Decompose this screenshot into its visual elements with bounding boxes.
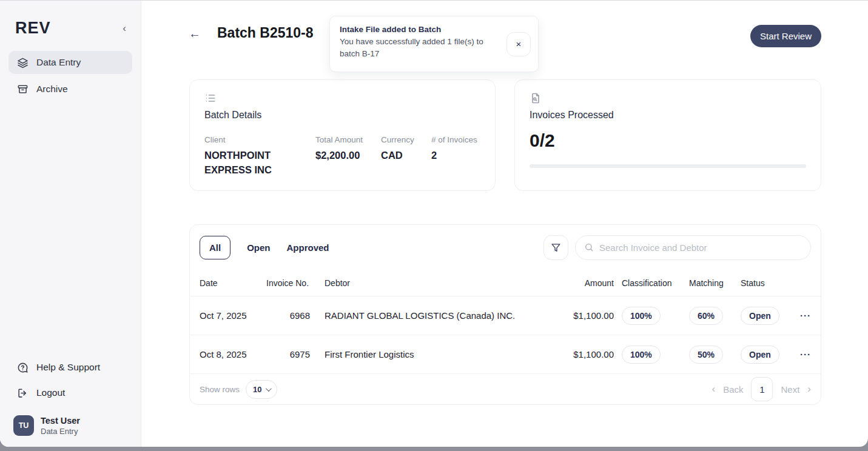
- cell-classification: 100%: [614, 346, 689, 364]
- field-label: Client: [204, 135, 315, 144]
- column-header-date: Date: [200, 278, 266, 288]
- cell-amount: $1,100.00: [553, 349, 614, 359]
- field-value: 2: [431, 149, 480, 163]
- invoices-processed-title: Invoices Processed: [530, 110, 806, 121]
- classification-badge: 100%: [622, 346, 661, 364]
- cell-debtor: RADIANT GLOBAL LOGISTICS (Canada) INC.: [325, 310, 553, 321]
- cell-status: Open: [741, 307, 789, 325]
- field-invoice-count: # of Invoices 2: [431, 135, 480, 178]
- sidebar-footer: Help & Support Logout TU Test User Data …: [0, 355, 141, 436]
- logout-label: Logout: [36, 387, 65, 398]
- pagination: ‹ Back 1 Next ›: [712, 377, 811, 401]
- cell-debtor: First Frontier Logistics: [325, 349, 553, 359]
- archive-icon: [16, 83, 29, 95]
- search-input[interactable]: [599, 242, 802, 253]
- start-review-button[interactable]: Start Review: [750, 25, 821, 47]
- toast-message: You have successfully added 1 file(s) to…: [340, 36, 500, 61]
- tab-all[interactable]: All: [200, 236, 230, 259]
- cell-invoice-no: 6975: [266, 349, 325, 359]
- sidebar-nav: Data Entry Archive: [0, 51, 141, 101]
- invoices-processed-card: Invoices Processed 0/2: [514, 79, 821, 191]
- search-icon: [584, 242, 594, 252]
- user-info: Test User Data Entry: [41, 416, 80, 436]
- cell-invoice-no: 6968: [266, 310, 325, 321]
- back-page-button[interactable]: Back: [723, 384, 743, 395]
- toast-close-button[interactable]: ×: [506, 32, 531, 56]
- column-header-matching: Matching: [689, 278, 741, 288]
- cell-matching: 60%: [689, 307, 741, 325]
- file-search-icon: [530, 92, 806, 104]
- sidebar: REV ‹ Data Entry Archive: [0, 1, 141, 447]
- user-profile[interactable]: TU Test User Data Entry: [8, 415, 132, 436]
- rev-logo: REV: [15, 19, 51, 38]
- field-label: Currency: [381, 135, 431, 144]
- field-label: # of Invoices: [431, 135, 480, 144]
- help-support-label: Help & Support: [36, 362, 100, 373]
- table-row[interactable]: Oct 8, 20256975First Frontier Logistics$…: [190, 335, 821, 374]
- cell-classification: 100%: [614, 307, 689, 325]
- chevron-left-icon[interactable]: ‹: [712, 383, 715, 395]
- row-more-icon[interactable]: ···: [789, 349, 811, 359]
- next-page-button[interactable]: Next: [781, 384, 799, 395]
- filter-button[interactable]: [543, 235, 568, 260]
- sidebar-collapse-icon[interactable]: ‹: [120, 22, 129, 35]
- table-row[interactable]: Oct 7, 20256968RADIANT GLOBAL LOGISTICS …: [190, 296, 821, 335]
- user-name: Test User: [41, 416, 80, 426]
- table-toolbar-right: [543, 235, 811, 260]
- classification-badge: 100%: [622, 307, 661, 325]
- sidebar-item-data-entry[interactable]: Data Entry: [8, 51, 132, 74]
- table-toolbar: All Open Approved: [190, 225, 821, 270]
- chevron-down-icon: [265, 386, 271, 392]
- matching-badge: 60%: [689, 307, 723, 325]
- matching-badge: 50%: [689, 346, 723, 364]
- sidebar-item-archive[interactable]: Archive: [8, 78, 132, 101]
- avatar: TU: [13, 415, 34, 436]
- show-rows-label: Show rows: [200, 385, 240, 394]
- search-box: [575, 235, 811, 260]
- field-total-amount: Total Amount $2,200.00: [315, 135, 381, 178]
- layers-icon: [16, 56, 29, 68]
- sidebar-item-label: Data Entry: [36, 57, 81, 68]
- status-badge: Open: [741, 307, 779, 325]
- column-header-invoice-no: Invoice No.: [266, 278, 325, 288]
- tab-approved[interactable]: Approved: [287, 242, 329, 253]
- tab-open[interactable]: Open: [247, 242, 270, 253]
- list-icon: [204, 92, 480, 104]
- invoices-processed-count: 0/2: [530, 130, 806, 151]
- invoice-table-card: All Open Approved: [189, 224, 821, 405]
- filter-icon: [551, 242, 561, 253]
- table-footer: Show rows 10 ‹ Back 1 Next ›: [190, 374, 821, 404]
- column-header-classification: Classification: [614, 278, 689, 288]
- rows-per-page-value: 10: [253, 385, 261, 394]
- logout-icon: [16, 387, 29, 399]
- sidebar-item-label: Archive: [36, 84, 68, 95]
- current-page-button[interactable]: 1: [751, 377, 773, 401]
- show-rows-control: Show rows 10: [200, 380, 277, 399]
- toast-notification: Intake File added to Batch You have succ…: [329, 16, 539, 72]
- sidebar-logo-row: REV ‹: [0, 1, 141, 38]
- toast-title: Intake File added to Batch: [340, 25, 500, 34]
- field-value: NORTHPOINT EXPRESS INC: [204, 149, 283, 178]
- invoice-rows: Oct 7, 20256968RADIANT GLOBAL LOGISTICS …: [190, 296, 821, 374]
- batch-details-card: Batch Details Client NORTHPOINT EXPRESS …: [189, 79, 496, 191]
- cell-matching: 50%: [689, 346, 741, 364]
- batch-details-title: Batch Details: [204, 110, 480, 121]
- back-arrow-icon[interactable]: ←: [189, 27, 201, 39]
- field-value: $2,200.00: [315, 149, 381, 163]
- logout-button[interactable]: Logout: [8, 380, 132, 406]
- help-support-button[interactable]: Help & Support: [8, 355, 132, 380]
- user-role: Data Entry: [41, 427, 80, 436]
- field-value: CAD: [381, 149, 431, 163]
- row-more-icon[interactable]: ···: [789, 310, 811, 321]
- field-currency: Currency CAD: [381, 135, 431, 178]
- chevron-right-icon[interactable]: ›: [807, 383, 811, 395]
- cell-status: Open: [741, 346, 789, 364]
- cell-date: Oct 7, 2025: [200, 310, 266, 321]
- column-header-status: Status: [741, 278, 789, 288]
- status-badge: Open: [741, 346, 779, 364]
- rows-per-page-select[interactable]: 10: [246, 380, 277, 399]
- app-window: REV ‹ Data Entry Archive: [0, 0, 868, 447]
- close-icon: ×: [516, 39, 522, 49]
- progress-bar: [530, 164, 806, 168]
- column-header-debtor: Debtor: [325, 278, 553, 288]
